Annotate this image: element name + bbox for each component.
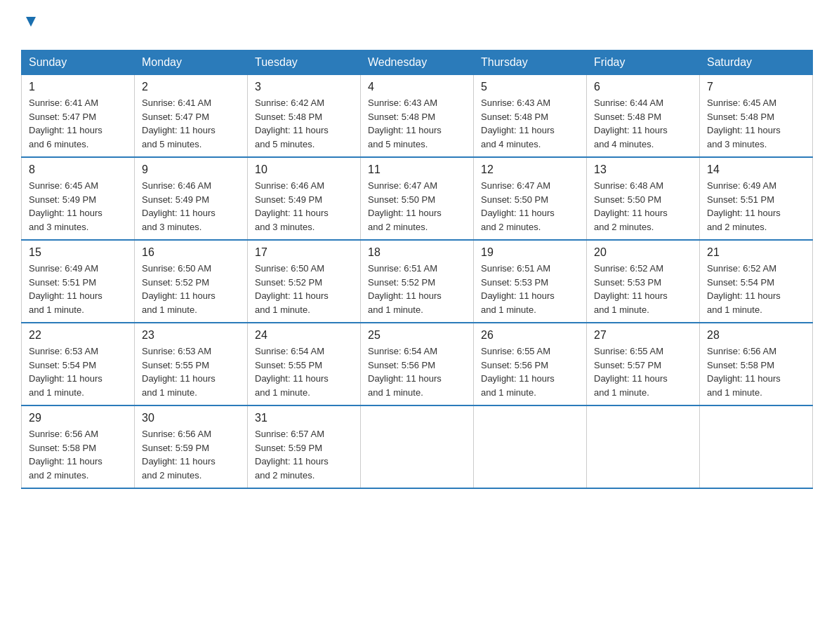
- calendar-cell: 26 Sunrise: 6:55 AM Sunset: 5:56 PM Dayl…: [474, 323, 587, 405]
- calendar-cell: 30 Sunrise: 6:56 AM Sunset: 5:59 PM Dayl…: [135, 405, 248, 488]
- day-info: Sunrise: 6:55 AM Sunset: 5:56 PM Dayligh…: [481, 346, 555, 398]
- day-info: Sunrise: 6:45 AM Sunset: 5:48 PM Dayligh…: [707, 98, 781, 149]
- day-number: 31: [255, 412, 353, 424]
- day-info: Sunrise: 6:52 AM Sunset: 5:53 PM Dayligh…: [594, 263, 668, 315]
- day-info: Sunrise: 6:56 AM Sunset: 5:59 PM Dayligh…: [142, 429, 216, 481]
- day-number: 10: [255, 163, 353, 176]
- day-info: Sunrise: 6:57 AM Sunset: 5:59 PM Dayligh…: [255, 429, 329, 481]
- col-header-tuesday: Tuesday: [248, 51, 361, 75]
- calendar-cell: [587, 405, 700, 488]
- calendar-cell: 2 Sunrise: 6:41 AM Sunset: 5:47 PM Dayli…: [135, 75, 248, 158]
- calendar-cell: 6 Sunrise: 6:44 AM Sunset: 5:48 PM Dayli…: [587, 75, 700, 158]
- day-number: 22: [29, 329, 127, 342]
- calendar-cell: 25 Sunrise: 6:54 AM Sunset: 5:56 PM Dayl…: [361, 323, 474, 405]
- day-number: 6: [594, 81, 692, 93]
- day-info: Sunrise: 6:47 AM Sunset: 5:50 PM Dayligh…: [368, 180, 442, 232]
- day-number: 12: [481, 163, 579, 176]
- calendar-cell: 3 Sunrise: 6:42 AM Sunset: 5:48 PM Dayli…: [248, 75, 361, 158]
- calendar-cell: 16 Sunrise: 6:50 AM Sunset: 5:52 PM Dayl…: [135, 240, 248, 323]
- day-info: Sunrise: 6:47 AM Sunset: 5:50 PM Dayligh…: [481, 180, 555, 232]
- day-number: 3: [255, 81, 353, 93]
- calendar-cell: 12 Sunrise: 6:47 AM Sunset: 5:50 PM Dayl…: [474, 157, 587, 240]
- day-info: Sunrise: 6:48 AM Sunset: 5:50 PM Dayligh…: [594, 180, 668, 232]
- svg-marker-0: [26, 17, 36, 27]
- calendar-cell: 23 Sunrise: 6:53 AM Sunset: 5:55 PM Dayl…: [135, 323, 248, 405]
- day-info: Sunrise: 6:46 AM Sunset: 5:49 PM Dayligh…: [255, 180, 329, 232]
- calendar-week-row: 15 Sunrise: 6:49 AM Sunset: 5:51 PM Dayl…: [22, 240, 813, 323]
- day-number: 17: [255, 246, 353, 259]
- calendar-cell: 13 Sunrise: 6:48 AM Sunset: 5:50 PM Dayl…: [587, 157, 700, 240]
- calendar-cell: 18 Sunrise: 6:51 AM Sunset: 5:52 PM Dayl…: [361, 240, 474, 323]
- day-number: 24: [255, 329, 353, 342]
- col-header-saturday: Saturday: [700, 51, 813, 75]
- col-header-sunday: Sunday: [22, 51, 135, 75]
- calendar-cell: 15 Sunrise: 6:49 AM Sunset: 5:51 PM Dayl…: [22, 240, 135, 323]
- day-info: Sunrise: 6:44 AM Sunset: 5:48 PM Dayligh…: [594, 98, 668, 149]
- day-number: 4: [368, 81, 466, 93]
- col-header-wednesday: Wednesday: [361, 51, 474, 75]
- day-number: 27: [594, 329, 692, 342]
- day-number: 23: [142, 329, 240, 342]
- day-number: 15: [29, 246, 127, 259]
- day-number: 13: [594, 163, 692, 176]
- calendar-week-row: 29 Sunrise: 6:56 AM Sunset: 5:58 PM Dayl…: [22, 405, 813, 488]
- calendar-cell: 8 Sunrise: 6:45 AM Sunset: 5:49 PM Dayli…: [22, 157, 135, 240]
- day-info: Sunrise: 6:53 AM Sunset: 5:55 PM Dayligh…: [142, 346, 216, 398]
- day-info: Sunrise: 6:49 AM Sunset: 5:51 PM Dayligh…: [707, 180, 781, 232]
- calendar-cell: 28 Sunrise: 6:56 AM Sunset: 5:58 PM Dayl…: [700, 323, 813, 405]
- calendar-week-row: 8 Sunrise: 6:45 AM Sunset: 5:49 PM Dayli…: [22, 157, 813, 240]
- day-info: Sunrise: 6:55 AM Sunset: 5:57 PM Dayligh…: [594, 346, 668, 398]
- day-info: Sunrise: 6:56 AM Sunset: 5:58 PM Dayligh…: [29, 429, 102, 481]
- day-info: Sunrise: 6:43 AM Sunset: 5:48 PM Dayligh…: [368, 98, 442, 149]
- calendar-cell: 22 Sunrise: 6:53 AM Sunset: 5:54 PM Dayl…: [22, 323, 135, 405]
- day-number: 16: [142, 246, 240, 259]
- calendar-cell: 9 Sunrise: 6:46 AM Sunset: 5:49 PM Dayli…: [135, 157, 248, 240]
- day-info: Sunrise: 6:45 AM Sunset: 5:49 PM Dayligh…: [29, 180, 102, 232]
- day-number: 20: [594, 246, 692, 259]
- day-number: 7: [707, 81, 805, 93]
- day-number: 5: [481, 81, 579, 93]
- calendar-cell: 1 Sunrise: 6:41 AM Sunset: 5:47 PM Dayli…: [22, 75, 135, 158]
- day-info: Sunrise: 6:41 AM Sunset: 5:47 PM Dayligh…: [29, 98, 102, 149]
- day-number: 25: [368, 329, 466, 342]
- calendar-cell: [474, 405, 587, 488]
- col-header-monday: Monday: [135, 51, 248, 75]
- calendar-cell: 7 Sunrise: 6:45 AM Sunset: 5:48 PM Dayli…: [700, 75, 813, 158]
- calendar-cell: 21 Sunrise: 6:52 AM Sunset: 5:54 PM Dayl…: [700, 240, 813, 323]
- day-number: 11: [368, 163, 466, 176]
- calendar-cell: 31 Sunrise: 6:57 AM Sunset: 5:59 PM Dayl…: [248, 405, 361, 488]
- calendar-cell: 29 Sunrise: 6:56 AM Sunset: 5:58 PM Dayl…: [22, 405, 135, 488]
- day-info: Sunrise: 6:43 AM Sunset: 5:48 PM Dayligh…: [481, 98, 555, 149]
- day-info: Sunrise: 6:41 AM Sunset: 5:47 PM Dayligh…: [142, 98, 216, 149]
- day-info: Sunrise: 6:53 AM Sunset: 5:54 PM Dayligh…: [29, 346, 102, 398]
- day-number: 21: [707, 246, 805, 259]
- day-info: Sunrise: 6:56 AM Sunset: 5:58 PM Dayligh…: [707, 346, 781, 398]
- calendar-cell: 11 Sunrise: 6:47 AM Sunset: 5:50 PM Dayl…: [361, 157, 474, 240]
- day-info: Sunrise: 6:54 AM Sunset: 5:55 PM Dayligh…: [255, 346, 329, 398]
- day-number: 19: [481, 246, 579, 259]
- day-info: Sunrise: 6:46 AM Sunset: 5:49 PM Dayligh…: [142, 180, 216, 232]
- day-info: Sunrise: 6:52 AM Sunset: 5:54 PM Dayligh…: [707, 263, 781, 315]
- day-info: Sunrise: 6:54 AM Sunset: 5:56 PM Dayligh…: [368, 346, 442, 398]
- day-number: 30: [142, 412, 240, 424]
- calendar-week-row: 22 Sunrise: 6:53 AM Sunset: 5:54 PM Dayl…: [22, 323, 813, 405]
- col-header-friday: Friday: [587, 51, 700, 75]
- calendar-cell: 14 Sunrise: 6:49 AM Sunset: 5:51 PM Dayl…: [700, 157, 813, 240]
- calendar-cell: [361, 405, 474, 488]
- day-info: Sunrise: 6:50 AM Sunset: 5:52 PM Dayligh…: [142, 263, 216, 315]
- day-number: 1: [29, 81, 127, 93]
- calendar-cell: [700, 405, 813, 488]
- logo-arrow-icon: [23, 14, 39, 32]
- calendar-header-row: SundayMondayTuesdayWednesdayThursdayFrid…: [22, 51, 813, 75]
- day-info: Sunrise: 6:51 AM Sunset: 5:53 PM Dayligh…: [481, 263, 555, 315]
- day-number: 2: [142, 81, 240, 93]
- logo: [21, 14, 39, 36]
- calendar-cell: 24 Sunrise: 6:54 AM Sunset: 5:55 PM Dayl…: [248, 323, 361, 405]
- day-number: 18: [368, 246, 466, 259]
- day-number: 29: [29, 412, 127, 424]
- calendar-cell: 10 Sunrise: 6:46 AM Sunset: 5:49 PM Dayl…: [248, 157, 361, 240]
- calendar-cell: 27 Sunrise: 6:55 AM Sunset: 5:57 PM Dayl…: [587, 323, 700, 405]
- day-number: 9: [142, 163, 240, 176]
- calendar-cell: 5 Sunrise: 6:43 AM Sunset: 5:48 PM Dayli…: [474, 75, 587, 158]
- day-info: Sunrise: 6:51 AM Sunset: 5:52 PM Dayligh…: [368, 263, 442, 315]
